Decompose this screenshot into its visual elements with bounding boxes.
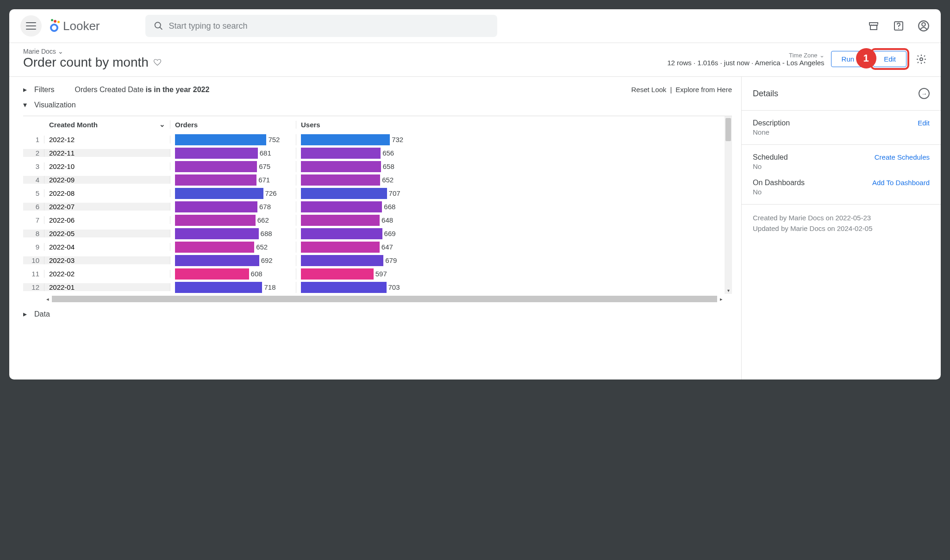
bar-users [301, 255, 383, 266]
on-dashboards-label: On Dashboards [753, 179, 805, 187]
table-row[interactable]: 32022-10675658 [23, 160, 725, 173]
scheduled-value: No [753, 162, 788, 170]
cell-users: 668 [296, 201, 422, 212]
row-index: 9 [23, 243, 44, 251]
caret-right-icon [23, 85, 28, 94]
bar-orders [175, 215, 256, 226]
column-header-orders[interactable]: Orders [170, 121, 296, 129]
chevron-down-icon: ⌄ [159, 120, 165, 129]
search-input[interactable] [169, 21, 489, 31]
column-header-users[interactable]: Users [296, 121, 422, 129]
column-header-month[interactable]: Created Month ⌄ [44, 120, 170, 129]
cell-orders: 662 [170, 215, 296, 226]
table-header: Created Month ⌄ Orders Users [23, 116, 725, 133]
cell-month: 2022-12 [44, 136, 170, 143]
timezone-selector[interactable]: Time Zone ⌄ [667, 52, 824, 59]
vertical-scrollbar[interactable]: ▾ [725, 116, 732, 294]
breadcrumb[interactable]: Marie Docs ⌄ [23, 48, 162, 55]
cell-users: 652 [296, 174, 422, 186]
cell-users: 703 [296, 282, 422, 293]
marketplace-icon[interactable] [868, 20, 880, 32]
table-row[interactable]: 52022-08726707 [23, 187, 725, 200]
scroll-right-arrow-icon[interactable]: ▸ [718, 296, 725, 302]
cell-month: 2022-02 [44, 270, 170, 278]
bar-value-users: 652 [380, 176, 395, 184]
cell-month: 2022-03 [44, 256, 170, 264]
bar-value-users: 597 [374, 270, 389, 278]
description-label: Description [753, 119, 790, 127]
bar-users [301, 174, 380, 186]
table-row[interactable]: 82022-05688669 [23, 227, 725, 240]
bar-value-orders: 692 [259, 256, 275, 264]
chevron-down-icon: ⌄ [58, 48, 63, 55]
top-bar: Looker [9, 9, 941, 43]
explore-from-here-link[interactable]: Explore from Here [675, 86, 732, 93]
bar-orders [175, 268, 249, 280]
row-index: 4 [23, 176, 44, 184]
edit-button[interactable]: Edit [873, 51, 906, 67]
table-row[interactable]: 72022-06662648 [23, 213, 725, 227]
details-header: Details → [742, 77, 941, 111]
svg-point-0 [155, 22, 160, 28]
table-row[interactable]: 42022-09671652 [23, 173, 725, 187]
cell-users: 648 [296, 215, 422, 226]
data-section[interactable]: Data [23, 310, 732, 318]
bar-value-users: 732 [390, 136, 405, 143]
scrollbar-thumb[interactable] [725, 118, 731, 141]
filters-section[interactable]: Filters Orders Created Date is in the ye… [23, 85, 732, 94]
bar-users [301, 268, 374, 280]
search-box[interactable] [145, 15, 497, 37]
cell-orders: 681 [170, 148, 296, 159]
settings-icon[interactable] [916, 54, 927, 65]
bar-value-orders: 726 [263, 189, 279, 197]
bar-value-users: 648 [380, 216, 395, 224]
edit-button-highlight: Edit [870, 48, 909, 70]
main-menu-button[interactable] [20, 15, 42, 37]
hamburger-icon [26, 22, 36, 30]
top-icons [868, 20, 930, 32]
table-row[interactable]: 122022-01718703 [23, 280, 725, 294]
sub-header: Marie Docs ⌄ Order count by month Time Z… [9, 43, 941, 77]
caret-down-icon [23, 100, 28, 109]
app-frame: Looker Marie Docs ⌄ Order count [9, 9, 941, 380]
bar-orders [175, 255, 259, 266]
search-icon [154, 21, 163, 31]
caret-right-icon [23, 310, 28, 318]
filter-description: Orders Created Date is in the year 2022 [75, 86, 210, 94]
bar-value-users: 707 [387, 189, 402, 197]
logo: Looker [50, 19, 100, 33]
edit-description-link[interactable]: Edit [918, 119, 930, 127]
favorite-icon[interactable] [153, 58, 162, 67]
status-block: Time Zone ⌄ 12 rows · 1.016s · just now … [667, 52, 824, 67]
cell-month: 2022-08 [44, 189, 170, 197]
collapse-details-icon[interactable]: → [919, 88, 930, 99]
description-value: None [753, 128, 790, 136]
table-row[interactable]: 12022-12752732 [23, 133, 725, 146]
row-index: 3 [23, 162, 44, 170]
horizontal-scrollbar[interactable]: ◂ ▸ [23, 295, 732, 303]
scrollbar-thumb[interactable] [52, 296, 717, 302]
cell-users: 679 [296, 255, 422, 266]
cell-orders: 752 [170, 134, 296, 145]
table-row[interactable]: 102022-03692679 [23, 254, 725, 267]
row-index: 6 [23, 203, 44, 211]
cell-month: 2022-07 [44, 203, 170, 211]
bar-value-orders: 678 [257, 203, 273, 211]
scroll-down-arrow-icon[interactable]: ▾ [725, 288, 732, 293]
cell-users: 658 [296, 161, 422, 172]
row-index: 10 [23, 256, 44, 264]
create-schedules-link[interactable]: Create Schedules [875, 153, 930, 161]
scroll-left-arrow-icon[interactable]: ◂ [44, 296, 51, 302]
table-row[interactable]: 92022-04652647 [23, 240, 725, 254]
account-icon[interactable] [918, 20, 930, 32]
bar-users [301, 134, 390, 145]
help-icon[interactable] [893, 20, 905, 32]
reset-look-link[interactable]: Reset Look [631, 86, 666, 93]
visualization-section[interactable]: Visualization [23, 100, 732, 109]
bar-value-orders: 608 [249, 270, 264, 278]
add-to-dashboard-link[interactable]: Add To Dashboard [872, 179, 930, 187]
row-index: 11 [23, 270, 44, 278]
table-row[interactable]: 112022-02608597 [23, 267, 725, 280]
table-row[interactable]: 62022-07678668 [23, 200, 725, 213]
table-row[interactable]: 22022-11681656 [23, 146, 725, 160]
